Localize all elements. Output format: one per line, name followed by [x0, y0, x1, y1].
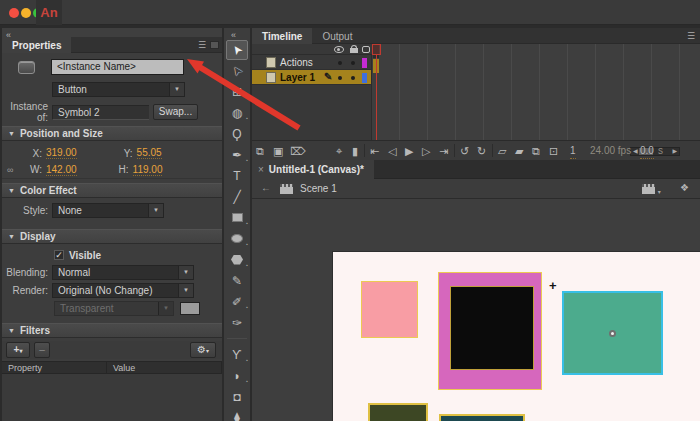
document-tab[interactable]: × Untitled-1 (Canvas)*: [252, 160, 374, 179]
panel-menu-icon[interactable]: ☰: [198, 40, 206, 50]
layer-dot[interactable]: [338, 61, 342, 65]
delete-layer-button[interactable]: ⌦: [290, 144, 306, 158]
x-value[interactable]: 319.00: [46, 147, 77, 159]
pink-square[interactable]: [361, 281, 418, 338]
3d-rotation-tool-icon[interactable]: ◍▪: [224, 102, 250, 123]
paint-brush-tool-icon[interactable]: ✑: [224, 312, 250, 333]
onion-skin-button[interactable]: ▱: [498, 144, 506, 158]
outline-column-icon[interactable]: [362, 46, 370, 53]
breadcrumb-scene[interactable]: Scene 1: [300, 183, 337, 194]
property-column-header[interactable]: Property: [2, 362, 107, 373]
free-transform-tool-icon[interactable]: ⊞▪: [224, 81, 250, 102]
panel-menu-icon[interactable]: ☰: [687, 31, 695, 41]
section-color-effect[interactable]: ▼ Color Effect: [2, 183, 222, 198]
lasso-tool-icon[interactable]: Ϙ: [224, 123, 250, 144]
value-column-header[interactable]: Value: [107, 362, 222, 373]
layer-row-layer-1[interactable]: Layer 1✎: [252, 70, 371, 85]
black-square[interactable]: [450, 286, 534, 370]
elapsed-time-value[interactable]: 0.0: [640, 144, 654, 159]
selection-tool-icon[interactable]: ➤: [226, 40, 248, 60]
section-position-and-size[interactable]: ▼ Position and Size: [2, 126, 222, 141]
minimize-window-button[interactable]: [21, 8, 31, 18]
tab-timeline[interactable]: Timeline: [252, 28, 312, 44]
onion-skin-outlines-button[interactable]: ▰: [515, 144, 523, 158]
chevron-down-icon: ▼: [178, 284, 193, 297]
new-folder-button[interactable]: ▣: [273, 144, 283, 158]
brush-tool-icon[interactable]: ✐▪: [224, 291, 250, 312]
play-range-button[interactable]: ↻: [477, 144, 486, 158]
new-layer-button[interactable]: ⧉: [256, 144, 264, 158]
render-dropdown[interactable]: Original (No Change) ▼: [52, 283, 194, 298]
section-filters[interactable]: ▼ Filters: [2, 323, 222, 338]
title-bar: An: [0, 0, 700, 25]
w-value[interactable]: 142.00: [46, 164, 77, 176]
constrain-link-icon[interactable]: ∞: [7, 165, 13, 175]
tab-output[interactable]: Output: [312, 28, 362, 44]
edit-symbols-button[interactable]: ❖: [680, 182, 689, 193]
slider-left-arrow-icon[interactable]: ◀: [633, 147, 638, 154]
layer-dot[interactable]: [351, 76, 355, 80]
go-to-last-frame-button[interactable]: ⇥: [439, 144, 448, 158]
canvas-pasteboard[interactable]: +: [252, 199, 700, 421]
timeline-frames[interactable]: [372, 44, 700, 140]
center-frame-button[interactable]: ⌖: [336, 144, 342, 158]
modify-markers-button[interactable]: ⊡: [549, 144, 558, 158]
edit-scene-button[interactable]: ▾: [642, 184, 661, 196]
rectangle-tool-icon[interactable]: ▪: [224, 207, 250, 228]
symbol-behavior-dropdown[interactable]: Button ▼: [52, 82, 185, 97]
olive-rectangle[interactable]: [368, 403, 428, 421]
back-arrow-icon[interactable]: ←: [261, 182, 271, 193]
play-button[interactable]: ▶: [405, 144, 413, 158]
eyedropper-tool-icon[interactable]: ⧫: [224, 407, 250, 421]
transformation-point-icon[interactable]: [609, 330, 616, 337]
layer-row-actions[interactable]: Actions: [252, 55, 371, 70]
stage[interactable]: +: [333, 252, 700, 421]
tool-divider: [227, 333, 247, 339]
layer-dot[interactable]: [351, 61, 355, 65]
layer-outline-color-swatch[interactable]: [362, 58, 367, 68]
playhead-marker[interactable]: [372, 44, 381, 55]
text-tool-icon[interactable]: T: [224, 165, 250, 186]
subselection-tool-icon[interactable]: ➤: [224, 60, 250, 81]
instance-name-input[interactable]: <Instance Name>: [51, 59, 184, 75]
step-back-button[interactable]: ◁: [388, 144, 396, 158]
slider-right-arrow-icon[interactable]: ▶: [672, 147, 677, 154]
add-filter-button[interactable]: +▾: [6, 342, 30, 358]
section-display[interactable]: ▼ Display: [2, 229, 222, 244]
filters-table-header: Property Value: [2, 361, 222, 374]
step-forward-button[interactable]: ▷: [422, 144, 430, 158]
timeline-zoom-slider[interactable]: ◀ ▶: [630, 147, 680, 156]
blending-dropdown[interactable]: Normal ▼: [52, 265, 194, 280]
remove-filter-button[interactable]: ‒: [34, 342, 50, 358]
layer-dot[interactable]: [338, 76, 342, 80]
go-to-first-frame-button[interactable]: ⇤: [370, 144, 379, 158]
pen-tool-icon[interactable]: ✒▪: [224, 144, 250, 165]
swap-button[interactable]: Swap...: [153, 104, 198, 120]
layer-outline-color-swatch[interactable]: [362, 73, 367, 83]
edit-multiple-frames-button[interactable]: ⧉: [532, 144, 540, 158]
loop-button[interactable]: ▮: [352, 144, 358, 158]
h-value[interactable]: 119.00: [133, 164, 163, 176]
layer-name: Actions: [280, 57, 313, 68]
current-frame-value[interactable]: 1: [570, 144, 576, 159]
tab-properties[interactable]: Properties: [2, 37, 71, 53]
bone-tool-icon[interactable]: Ƴ▪: [224, 344, 250, 365]
ink-bottle-tool-icon[interactable]: ◘: [224, 386, 250, 407]
oval-tool-icon[interactable]: ▪: [224, 228, 250, 249]
show-hide-column-icon[interactable]: [334, 46, 344, 53]
lock-column-icon[interactable]: [350, 48, 358, 53]
polystar-tool-icon[interactable]: ▪: [224, 249, 250, 270]
loop-playback-button[interactable]: ↺: [460, 144, 469, 158]
close-document-icon[interactable]: ×: [258, 164, 264, 175]
filter-options-button[interactable]: ⚙▾: [190, 342, 216, 358]
visible-checkbox[interactable]: ✓: [54, 250, 64, 260]
line-tool-icon[interactable]: ╱: [224, 186, 250, 207]
pencil-tool-icon[interactable]: ✎: [224, 270, 250, 291]
filters-table-body: [2, 374, 222, 421]
close-window-button[interactable]: [9, 8, 19, 18]
collapse-tools-button[interactable]: «: [231, 30, 235, 40]
y-value[interactable]: 55.05: [137, 147, 162, 159]
style-dropdown[interactable]: None ▼: [52, 203, 164, 218]
darkteal-rectangle[interactable]: [439, 414, 525, 421]
paint-bucket-tool-icon[interactable]: ◗▪: [224, 365, 250, 386]
